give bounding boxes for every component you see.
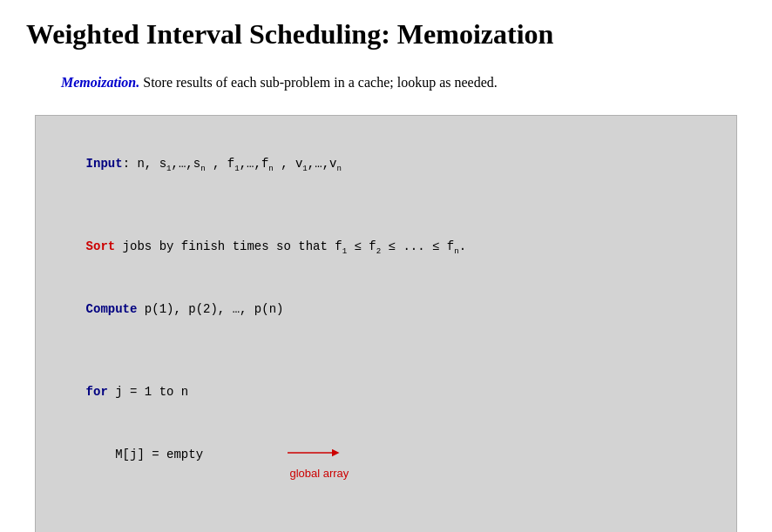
keyword-input: Input [86, 157, 123, 171]
compute-text: p(1), p(2), …, p(n) [137, 302, 283, 316]
arrow-svg [288, 443, 357, 462]
annotation-arrow-group: global array [244, 422, 357, 505]
code-empty-1 [57, 196, 715, 217]
code-line-compute: Compute p(1), p(2), …, p(n) [57, 279, 715, 340]
code-line-input: Input: n, s1,…,sn , f1,…,fn , v1,…,vn [57, 133, 715, 196]
code-block: Input: n, s1,…,sn , f1,…,fn , v1,…,vn So… [35, 115, 737, 532]
input-text: : n, s1,…,sn , f1,…,fn , v1,…,vn [123, 157, 342, 171]
description-text: Store results of each sub-problem in a c… [143, 75, 498, 90]
code-empty-2 [57, 341, 715, 362]
keyword-compute: Compute [86, 302, 138, 316]
for-text: j = 1 to n [108, 385, 188, 399]
code-line-mj: M[j] = empty global array [57, 424, 715, 528]
mj-text: M[j] = empty [86, 448, 203, 461]
code-line-for: for j = 1 to n [57, 362, 715, 424]
sort-text: jobs by finish times so that f1 ≤ f2 ≤ .… [115, 239, 466, 253]
memoization-term: Memoization. [61, 75, 139, 90]
code-line-sort: Sort jobs by finish times so that f1 ≤ f… [57, 217, 715, 279]
page-title: Weighted Interval Scheduling: Memoizatio… [26, 17, 746, 51]
annotation-label: global array [289, 467, 349, 480]
keyword-for: for [86, 385, 108, 399]
description-block: Memoization. Store results of each sub-p… [61, 71, 746, 94]
keyword-sort: Sort [86, 239, 116, 253]
code-line-m0: M[0] = 0 [57, 528, 715, 532]
